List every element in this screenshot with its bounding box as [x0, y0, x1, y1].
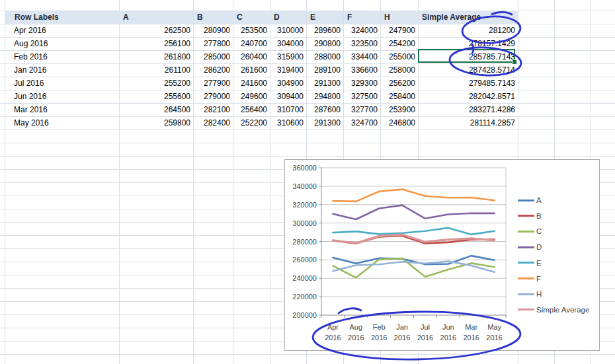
cell[interactable]: 291300	[306, 77, 343, 90]
cell[interactable]: 255600	[119, 90, 193, 103]
cell[interactable]: 287428.5714	[418, 63, 518, 77]
header-cell-e[interactable]: E	[307, 11, 343, 24]
cell[interactable]: 319400	[270, 63, 306, 77]
cell[interactable]: 254200	[380, 37, 418, 50]
y-axis-tick-label: 320000	[292, 201, 317, 209]
row-label[interactable]: Jul 2016	[5, 77, 119, 90]
header-cell-f[interactable]: F	[344, 11, 380, 24]
cell[interactable]: 256200	[380, 77, 418, 90]
cell[interactable]: 281200	[418, 24, 518, 37]
cell[interactable]: 259800	[119, 116, 193, 129]
cell[interactable]: 294800	[306, 90, 343, 103]
cell[interactable]: 256100	[119, 37, 193, 50]
row-label[interactable]: May 2016	[5, 116, 119, 129]
cell[interactable]: 329300	[343, 77, 380, 90]
cell[interactable]: 282100	[193, 103, 233, 116]
cell[interactable]: 279000	[193, 90, 233, 103]
row-label[interactable]: Jan 2016	[5, 63, 119, 77]
cell[interactable]: 287600	[306, 103, 343, 116]
cell[interactable]: 255200	[119, 77, 193, 90]
row-label[interactable]: Apr 2016	[5, 24, 119, 37]
cell[interactable]: 310000	[270, 24, 306, 37]
cell[interactable]: 288000	[306, 50, 343, 63]
cell[interactable]: 310600	[270, 116, 306, 129]
y-axis-tick-label: 260000	[292, 256, 317, 264]
series-line-simple-average[interactable]	[333, 235, 494, 243]
cell[interactable]: 258400	[380, 90, 418, 103]
cell[interactable]: 282042.8571	[418, 90, 518, 103]
cell[interactable]: 286200	[193, 63, 233, 77]
header-cell-b[interactable]: B	[194, 11, 233, 24]
header-cell-row-labels[interactable]: Row Labels	[5, 11, 125, 24]
legend-item-simple-average[interactable]: Simple Average	[536, 305, 589, 314]
cell[interactable]: 334400	[343, 50, 380, 63]
cell[interactable]: 283271.4286	[418, 103, 518, 116]
cell[interactable]: 315900	[270, 50, 306, 63]
cell[interactable]: 280900	[193, 24, 233, 37]
row-label[interactable]: Jun 2016	[5, 90, 119, 103]
cell[interactable]: 258000	[380, 63, 418, 77]
fill-handle[interactable]	[512, 59, 517, 65]
cell[interactable]: 282400	[193, 116, 233, 129]
cell[interactable]: 290800	[306, 37, 343, 50]
cell[interactable]: 327500	[343, 90, 380, 103]
header-cell-h[interactable]: H	[381, 11, 418, 24]
cell[interactable]: 261600	[233, 63, 270, 77]
cell[interactable]: 324700	[343, 116, 380, 129]
cell[interactable]: 327700	[343, 103, 380, 116]
cell[interactable]: 281114.2857	[418, 116, 518, 129]
row-label[interactable]: Mar 2016	[5, 103, 119, 116]
legend-swatch-simple-average	[518, 309, 534, 310]
header-cell-c[interactable]: C	[233, 11, 270, 24]
cell[interactable]: 310700	[270, 103, 306, 116]
cell[interactable]: 264500	[119, 103, 193, 116]
cell[interactable]: 256400	[233, 103, 270, 116]
cell[interactable]: 261800	[119, 50, 193, 63]
cell[interactable]: 289600	[306, 24, 343, 37]
cell[interactable]: 309400	[270, 90, 306, 103]
cell[interactable]: 324000	[343, 24, 380, 37]
cell[interactable]: 285000	[193, 50, 233, 63]
cell[interactable]: 261100	[119, 63, 193, 77]
cell[interactable]: 323500	[343, 37, 380, 50]
cell[interactable]: 253900	[380, 103, 418, 116]
chart-object[interactable]: 3600003400003200003000002800002600002400…	[284, 159, 600, 351]
cell[interactable]: 278157.1429	[418, 37, 518, 50]
legend-item-c[interactable]: C	[536, 227, 542, 236]
series-line-f[interactable]	[333, 190, 494, 201]
legend-swatch-d	[518, 246, 534, 248]
header-cell-a[interactable]: A	[120, 11, 193, 24]
cell[interactable]: 255000	[380, 50, 418, 63]
cell[interactable]: 260400	[233, 50, 270, 63]
y-axis-tick-label: 220000	[292, 293, 317, 301]
header-cell-simple-average[interactable]: Simple Average	[419, 11, 518, 24]
legend-item-a[interactable]: A	[536, 196, 542, 205]
row-label[interactable]: Aug 2016	[5, 37, 119, 50]
cell[interactable]: 246800	[380, 116, 418, 129]
active-cell-selection[interactable]	[418, 49, 515, 63]
cell[interactable]: 252200	[233, 116, 270, 129]
cell[interactable]: 304000	[270, 37, 306, 50]
cell[interactable]: 277900	[193, 77, 233, 90]
legend-item-b[interactable]: B	[536, 211, 542, 221]
cell[interactable]: 289100	[306, 63, 343, 77]
header-cell-d[interactable]: D	[270, 11, 306, 24]
legend-item-h[interactable]: H	[536, 289, 542, 299]
legend-item-d[interactable]: D	[536, 242, 542, 252]
cell[interactable]: 336600	[343, 63, 380, 77]
cell[interactable]: 277800	[193, 37, 233, 50]
cell[interactable]: 249600	[233, 90, 270, 103]
row-label[interactable]: Feb 2016	[5, 50, 119, 63]
cell[interactable]: 247900	[380, 24, 418, 37]
series-line-e[interactable]	[333, 228, 494, 235]
cell[interactable]: 304900	[270, 77, 306, 90]
cell[interactable]: 240700	[233, 37, 270, 50]
cell[interactable]: 279485.7143	[418, 77, 518, 90]
cell[interactable]: 262500	[119, 24, 193, 37]
legend-item-e[interactable]: E	[536, 258, 542, 268]
cell[interactable]: 241600	[233, 77, 270, 90]
series-line-d[interactable]	[333, 205, 494, 219]
cell[interactable]: 253500	[233, 24, 270, 37]
legend-item-f[interactable]: F	[536, 274, 541, 283]
cell[interactable]: 291300	[306, 116, 343, 129]
